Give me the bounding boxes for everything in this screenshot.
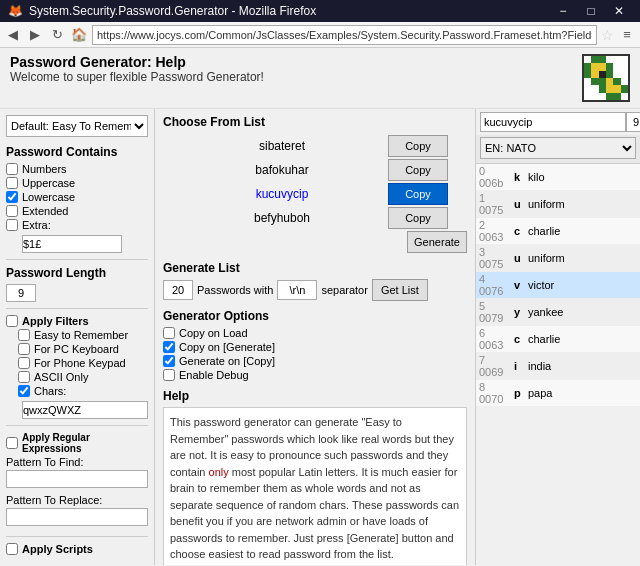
easy-remember-label: Easy to Remember (34, 329, 128, 341)
page-subtitle: Welcome to super flexible Password Gener… (10, 70, 264, 84)
nato-word-5: yankee (525, 299, 640, 326)
maximize-button[interactable]: □ (578, 0, 604, 22)
refresh-button[interactable]: ↻ (48, 26, 66, 44)
nato-num-6: 6 0063 (476, 326, 511, 353)
nato-row-0[interactable]: 0 006b k kilo (476, 164, 640, 191)
nato-letter-5: y (511, 299, 525, 326)
uppercase-checkbox[interactable] (6, 177, 18, 189)
separator-input[interactable] (277, 280, 317, 300)
pc-keyboard-label: For PC Keyboard (34, 343, 119, 355)
nato-num-7: 7 0069 (476, 353, 511, 380)
nato-row-6[interactable]: 6 0063 c charlie (476, 326, 640, 353)
pc-keyboard-checkbox[interactable] (18, 343, 30, 355)
nato-row-4[interactable]: 4 0076 v victor (476, 272, 640, 299)
header-text: Password Generator: Help Welcome to supe… (10, 54, 264, 84)
pattern-find-label: Pattern To Find: (6, 456, 148, 468)
nato-num-8: 8 0070 (476, 380, 511, 407)
nato-row-2[interactable]: 2 0063 c charlie (476, 218, 640, 245)
url-bar[interactable] (92, 25, 597, 45)
generate-on-copy-checkbox[interactable] (163, 355, 175, 367)
right-input-row (476, 109, 640, 135)
nato-word-0: kilo (525, 164, 640, 191)
chars-value-input[interactable] (22, 401, 148, 419)
option-generate-on-copy: Generate on [Copy] (163, 355, 467, 367)
lowercase-checkbox[interactable] (6, 191, 18, 203)
bookmark-icon[interactable]: ☆ (601, 27, 614, 43)
option-enable-debug: Enable Debug (163, 369, 467, 381)
copy-button-0[interactable]: Copy (388, 135, 448, 157)
nato-num-3: 3 0075 (476, 245, 511, 272)
copy-button-2[interactable]: Copy (388, 183, 448, 205)
choose-title: Choose From List (163, 115, 467, 129)
apply-filters-checkbox[interactable] (6, 315, 18, 327)
apply-scripts-checkbox[interactable] (6, 543, 18, 555)
back-button[interactable]: ◀ (4, 26, 22, 44)
pattern-find-input[interactable] (6, 470, 148, 488)
copy-on-generate-checkbox[interactable] (163, 341, 175, 353)
nato-header: EN: NATO (476, 135, 640, 164)
password-row-3: befyhuboh Copy (163, 207, 467, 229)
extended-row: Extended (6, 205, 148, 217)
nato-letter-4: v (511, 272, 525, 299)
nato-row-3[interactable]: 3 0075 u uniform (476, 245, 640, 272)
pattern-replace-input[interactable] (6, 508, 148, 526)
password-text-3: befyhuboh (182, 211, 382, 225)
extra-row: Extra: (6, 219, 148, 231)
generate-button[interactable]: Generate (407, 231, 467, 253)
nav-extra-icon[interactable]: ≡ (618, 26, 636, 44)
extra-checkbox[interactable] (6, 219, 18, 231)
uppercase-label: Uppercase (22, 177, 75, 189)
copy-on-load-checkbox[interactable] (163, 327, 175, 339)
logo (582, 54, 630, 102)
chars-row: Chars: (18, 385, 148, 397)
apply-filters-row: Apply Filters (6, 315, 148, 327)
nato-row-5[interactable]: 5 0079 y yankee (476, 299, 640, 326)
nato-row-7[interactable]: 7 0069 i india (476, 353, 640, 380)
home-button[interactable]: 🏠 (70, 26, 88, 44)
extra-input[interactable] (22, 235, 122, 253)
numbers-label: Numbers (22, 163, 67, 175)
forward-button[interactable]: ▶ (26, 26, 44, 44)
easy-remember-row: Easy to Remember (18, 329, 148, 341)
apply-regex-checkbox[interactable] (6, 437, 18, 449)
nato-letter-8: p (511, 380, 525, 407)
page-header: Password Generator: Help Welcome to supe… (0, 48, 640, 109)
nato-row-8[interactable]: 8 0070 p papa (476, 380, 640, 407)
phone-keypad-checkbox[interactable] (18, 357, 30, 369)
apply-scripts-row: Apply Scripts (6, 543, 148, 555)
generator-options-section: Generator Options Copy on Load Copy on [… (163, 309, 467, 381)
nato-num-2: 2 0063 (476, 218, 511, 245)
nato-row-1[interactable]: 1 0075 u uniform (476, 191, 640, 218)
copy-button-1[interactable]: Copy (388, 159, 448, 181)
nato-letter-0: k (511, 164, 525, 191)
preset-dropdown[interactable]: Default: Easy To Remember (6, 115, 148, 137)
option-copy-on-load: Copy on Load (163, 327, 467, 339)
easy-remember-checkbox[interactable] (18, 329, 30, 341)
numbers-row: Numbers (6, 163, 148, 175)
length-input[interactable] (6, 284, 36, 302)
nato-word-4: victor (525, 272, 640, 299)
nato-num-5: 5 0079 (476, 299, 511, 326)
nato-word-2: charlie (525, 218, 640, 245)
minimize-button[interactable]: − (550, 0, 576, 22)
close-button[interactable]: ✕ (606, 0, 632, 22)
copy-on-load-label: Copy on Load (179, 327, 248, 339)
left-panel: Default: Easy To Remember Password Conta… (0, 109, 155, 565)
nato-select[interactable]: EN: NATO (480, 137, 636, 159)
extended-checkbox[interactable] (6, 205, 18, 217)
apply-regex-row: Apply Regular Expressions (6, 432, 148, 454)
nato-num-4: 4 0076 (476, 272, 511, 299)
nato-num-0: 0 006b (476, 164, 511, 191)
ascii-checkbox[interactable] (18, 371, 30, 383)
enable-debug-checkbox[interactable] (163, 369, 175, 381)
password-text-0: sibateret (182, 139, 382, 153)
nato-word-3: uniform (525, 245, 640, 272)
copy-button-3[interactable]: Copy (388, 207, 448, 229)
right-word-input[interactable] (480, 112, 626, 132)
gen-list-count[interactable] (163, 280, 193, 300)
numbers-checkbox[interactable] (6, 163, 18, 175)
right-num-input[interactable] (626, 112, 640, 132)
get-list-button[interactable]: Get List (372, 279, 428, 301)
chars-checkbox[interactable] (18, 385, 30, 397)
password-row-0: sibateret Copy (163, 135, 467, 157)
